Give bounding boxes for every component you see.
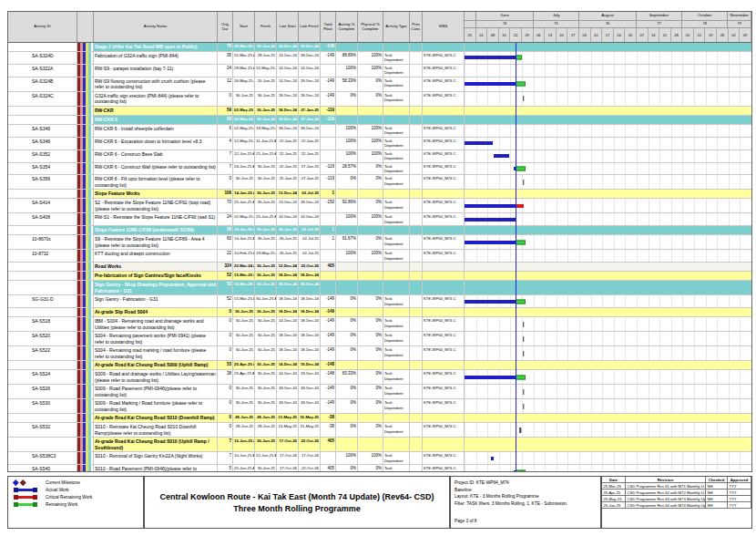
gantt-bar-actual xyxy=(491,457,495,460)
cell-at xyxy=(383,272,410,280)
cell-id: SA-S520 xyxy=(8,332,77,345)
gantt-row-canvas xyxy=(465,414,751,422)
col-header-ls: Late Start xyxy=(277,12,299,42)
title-block: Central Kowloon Route - Kai Tak East (Mo… xyxy=(144,476,450,529)
cell-lf: 18-Dec-24 xyxy=(299,399,321,413)
cell-stripe xyxy=(77,150,94,162)
cell-tf xyxy=(321,281,336,294)
activity-row: SA-S522S004 - Remaining road marking / r… xyxy=(8,346,751,361)
cell-lf: 27-Jan-25 xyxy=(299,107,321,115)
cell-pc xyxy=(410,92,423,106)
cell-wbs: KTE-WP64_M74.C xyxy=(423,317,465,331)
cell-f: 12-Jun-25 A xyxy=(255,452,277,464)
cell-d: 36 xyxy=(218,52,233,64)
cell-d: 7 xyxy=(218,452,233,464)
cell-name: S010 - Reinstate Kai Cheung Road S010 Do… xyxy=(94,423,218,437)
cell-name: Road Works xyxy=(94,263,218,271)
cell-id xyxy=(8,438,77,451)
cell-ap: 100% xyxy=(336,65,358,77)
legend-label: Current Milestone xyxy=(46,480,80,485)
cell-stripe xyxy=(77,92,94,106)
cell-stripe xyxy=(77,107,94,115)
gantt-bar-remaining xyxy=(516,82,526,87)
cell-f: 19-May-25 A xyxy=(255,250,277,262)
cell-s: 10-Jun-25 A xyxy=(233,452,255,464)
cell-stripe xyxy=(77,438,94,451)
cell-pp xyxy=(358,361,383,369)
activity-row: SA-S530S009 - Road Marking / Road furnit… xyxy=(8,399,751,414)
cell-ls: 14-Dec-24 xyxy=(277,65,299,77)
cell-id: SG-G31-D xyxy=(8,295,77,307)
cell-lf: 02-Jul-25 xyxy=(299,250,321,262)
week-tick: 25 xyxy=(465,28,476,42)
cell-tf: -38 xyxy=(321,423,336,437)
cell-lf: 17-Oct-26 xyxy=(299,452,321,464)
revision-cell: NH xyxy=(706,483,728,489)
cell-tf: 405 xyxy=(321,263,336,271)
cell-at: Task Dependent xyxy=(383,92,410,106)
revision-row: 25-May-25CSD Programme Rev 63 with M73 M… xyxy=(602,496,751,502)
cell-name: RW-CKR 6 xyxy=(94,116,218,124)
project-info-line: Filter: TASK filters: 3 Months Rolling, … xyxy=(455,500,597,508)
cell-f: 30-Jun-25 xyxy=(255,235,277,249)
col-header-lf: Late Finish xyxy=(299,12,321,42)
gantt-bar-remaining xyxy=(516,240,526,244)
cell-s: 15-Mar-25 A xyxy=(233,272,255,280)
cell-ap: 100% xyxy=(336,452,358,464)
cell-ls: 14-Dec-24 xyxy=(277,213,299,225)
cell-at: Task Dependent xyxy=(383,370,410,384)
cell-ap: 58.33% xyxy=(336,77,358,91)
week-tick: 02 xyxy=(729,28,741,42)
cell-pp xyxy=(358,43,383,51)
cell-d: 24 xyxy=(218,213,233,225)
activity-row: SA-S540S010 - Road Pavement (PMI-0946)(p… xyxy=(8,465,751,471)
month-label: October xyxy=(682,12,728,20)
cell-tf: -149 xyxy=(321,52,336,64)
cell-pc xyxy=(410,150,423,162)
cell-f: 19-May-25 A xyxy=(255,125,277,137)
group-band-row: Road Works32422-Mar-24 A30-Jun-2512-Dec-… xyxy=(8,263,751,272)
cell-pc xyxy=(410,346,423,360)
cell-pc xyxy=(410,465,423,471)
cell-name: RW-CKR 6 - Construct Base Slab xyxy=(94,150,218,162)
cell-pc xyxy=(410,250,423,262)
cell-tf: -149 xyxy=(321,346,336,360)
cell-ls: 13-Dec-24 xyxy=(277,190,299,198)
cell-tf xyxy=(321,213,336,225)
programme-title-line1: Central Kowloon Route - Kai Tak East (Mo… xyxy=(160,492,434,501)
cell-wbs: KTE-WP64_M74.C xyxy=(423,213,465,225)
gantt-row-canvas xyxy=(465,163,751,175)
cell-d: 70 xyxy=(218,199,233,212)
cell-pp xyxy=(358,308,383,316)
cell-ap xyxy=(336,190,358,198)
week-tick: 03 xyxy=(579,28,591,42)
cell-ap: 0% xyxy=(336,423,358,437)
cell-d: 4 xyxy=(218,138,233,149)
cell-pc xyxy=(410,199,423,212)
legend-item: Critical Remaining Work xyxy=(14,495,138,500)
revision-cell: TYY xyxy=(728,502,751,508)
gantt-bar-actual xyxy=(465,218,516,222)
legend-item: Actual Work xyxy=(14,488,138,492)
cell-f: 30-Jun-25 xyxy=(255,317,277,331)
activity-row: SA-S346RW-CKR 6 - Install sheetpile coff… xyxy=(8,125,751,138)
cell-pc xyxy=(410,190,423,198)
cell-s: 30-Jun-25 xyxy=(233,92,255,106)
cell-ls: 18-Dec-24 xyxy=(277,125,299,137)
gantt-bar-remaining xyxy=(516,469,526,471)
cell-ls: 14-Dec-24 xyxy=(277,52,299,64)
cell-ap: 88.89% xyxy=(336,52,358,64)
cell-d: 22 xyxy=(218,250,233,262)
cell-pc xyxy=(410,77,423,91)
month-number: 74 xyxy=(476,21,534,27)
gantt-milestone-tick xyxy=(523,389,525,395)
cell-ls: 18-Dec-24 xyxy=(277,308,299,316)
cell-s: 25-Mar-25 A xyxy=(233,43,255,51)
cell-stripe xyxy=(77,235,94,249)
cell-wbs: KTE-WP64_M74.C xyxy=(423,150,465,162)
col-header-tf: Total Float xyxy=(321,12,336,42)
cell-id: 10-8732 xyxy=(8,250,77,262)
legend-label: Critical Remaining Work xyxy=(46,495,92,500)
activity-row: SA-S354RW-CKR 6 - Construct Wall (please… xyxy=(8,163,751,176)
activity-row: SG-G31-DSign Gantry - Fabrication - G315… xyxy=(8,295,751,308)
